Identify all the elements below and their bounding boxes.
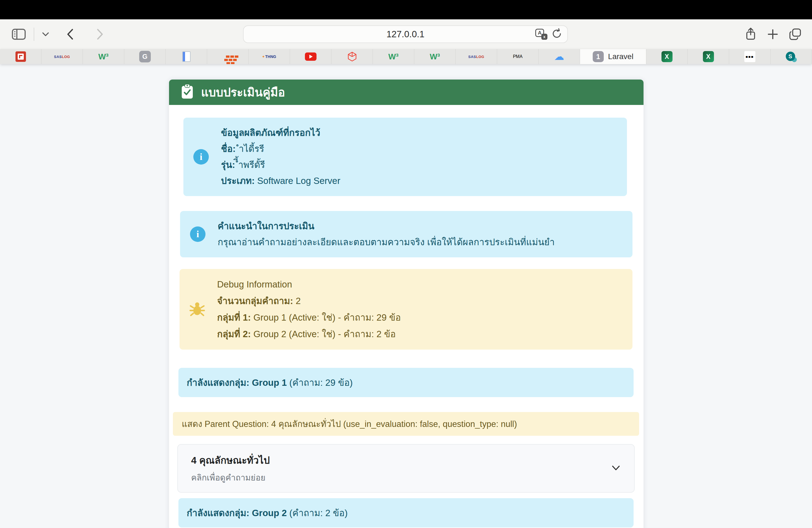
group2-banner: กำลังแสดงกลุ่ม: Group 2 (คำถาม: 2 ข้อ): [178, 498, 634, 527]
forward-button[interactable]: [96, 28, 104, 41]
card-body: i ข้อมูลผลิตภัณฑ์ที่กรอกไว้ ชื่อ: ำไดี้ร…: [169, 105, 643, 527]
w3-favicon: W³: [430, 52, 440, 61]
tab-pma[interactable]: PMA: [497, 49, 539, 64]
question-card-title: 4 คุณลักษณะทั่วไป: [191, 453, 270, 468]
pma-favicon: PMA: [513, 54, 523, 59]
more-favicon: ■■■: [744, 51, 755, 62]
tab-count-badge: 1: [593, 51, 604, 62]
card-header: แบบประเมินคู่มือ: [169, 79, 643, 105]
info-circle-icon: i: [193, 149, 209, 165]
product-model-row: รุ่น: ี้ำพรีดั้รี: [221, 157, 340, 173]
sidebar-chevron-down-icon[interactable]: [42, 32, 49, 37]
divider: [34, 28, 34, 41]
tab-more[interactable]: ■■■: [729, 49, 771, 64]
parent-question-card[interactable]: 4 คุณลักษณะทั่วไป คลิกเพื่อดูคำถามย่อย: [177, 444, 635, 493]
tab-laravel-active[interactable]: 1Laravel: [580, 49, 646, 64]
tab-excel[interactable]: X: [688, 49, 729, 64]
tab-doc[interactable]: [166, 49, 207, 64]
page-background: แบบประเมินคู่มือ i ข้อมูลผลิตภัณฑ์ที่กรอ…: [0, 64, 812, 528]
info-circle-icon: i: [190, 226, 205, 242]
product-info-title: ข้อมูลผลิตภัณฑ์ที่กรอกไว้: [221, 125, 340, 141]
back-button[interactable]: [66, 28, 75, 41]
address-bar[interactable]: 127.0.0.1 Ax: [243, 25, 568, 43]
instructions-alert: i คำแนะนำในการประเมิน กรุณาอ่านคำถามอย่า…: [180, 211, 633, 258]
question-card-subtitle: คลิกเพื่อดูคำถามย่อย: [191, 471, 270, 484]
tab-saslog[interactable]: SASLOG: [41, 49, 83, 64]
clipboard-check-icon: [180, 84, 194, 101]
chevron-down-icon: [611, 464, 621, 473]
nav-right-group: [744, 19, 802, 49]
nav-left-group: [12, 19, 104, 49]
tab-excel[interactable]: X: [646, 49, 688, 64]
tab-bricks[interactable]: [207, 49, 249, 64]
group1-banner: กำลังแสดงกลุ่ม: Group 1 (คำถาม: 29 ข้อ): [178, 368, 634, 397]
tab-g[interactable]: G: [124, 49, 166, 64]
bug-icon: [189, 301, 205, 318]
page-title: แบบประเมินคู่มือ: [201, 83, 285, 101]
laravel-outline-favicon: [347, 51, 358, 62]
tab-w3[interactable]: W³: [373, 49, 414, 64]
debug-title: Debug Information: [217, 276, 401, 293]
tab-youtube[interactable]: [290, 49, 331, 64]
sidebar-toggle-button[interactable]: [12, 28, 26, 40]
product-name-row: ชื่อ: ำไดี้รรี: [221, 141, 340, 157]
evaluation-card: แบบประเมินคู่มือ i ข้อมูลผลิตภัณฑ์ที่กรอ…: [169, 79, 643, 528]
tab-soliat[interactable]: [0, 49, 41, 64]
bricks-favicon: [222, 52, 234, 61]
youtube-favicon: [305, 53, 317, 61]
share-button[interactable]: [744, 27, 757, 41]
active-tab-label: Laravel: [608, 52, 634, 61]
debug-group-row: กลุ่มที่ 2: Group 2 (Active: ใช่) - คำถา…: [217, 326, 401, 342]
sharepoint-favicon: S: [786, 51, 797, 62]
new-tab-button[interactable]: [767, 28, 779, 40]
tab-thng[interactable]: ✦THNG: [249, 49, 290, 64]
saslog-favicon: SASLOG: [468, 55, 484, 59]
tab-laravel-outline[interactable]: [331, 49, 373, 64]
parent-question-notice: แสดง Parent Question: 4 คุณลักษณะทั่วไป …: [173, 412, 639, 436]
debug-alert: Debug Information จำนวนกลุ่มคำถาม: 2 กลุ…: [179, 269, 633, 350]
soliat-favicon: [15, 52, 26, 62]
saslog-favicon: SASLOG: [54, 55, 70, 59]
macos-menu-bar: [0, 0, 812, 19]
excel-favicon: X: [662, 51, 672, 62]
cloud-favicon: ☁: [554, 51, 564, 62]
url-text: 127.0.0.1: [387, 29, 424, 40]
w3-favicon: W³: [388, 52, 398, 61]
debug-count-row: จำนวนกลุ่มคำถาม: 2: [217, 293, 401, 309]
tab-saslog[interactable]: SASLOG: [456, 49, 497, 64]
excel-favicon: X: [703, 51, 714, 62]
thng-favicon: ✦THNG: [262, 54, 276, 59]
product-info-alert: i ข้อมูลผลิตภัณฑ์ที่กรอกไว้ ชื่อ: ำไดี้ร…: [184, 118, 627, 196]
translate-icon[interactable]: Ax: [535, 29, 547, 40]
doc-favicon: [182, 52, 191, 62]
debug-group-row: กลุ่มที่ 1: Group 1 (Active: ใช่) - คำถา…: [217, 309, 401, 326]
tab-overview-button[interactable]: [789, 28, 802, 41]
browser-toolbar: 127.0.0.1 Ax: [0, 19, 812, 49]
tab-sharepoint[interactable]: S: [771, 49, 812, 64]
product-type-row: ประเภท: Software Log Server: [221, 173, 340, 189]
w3-favicon: W³: [98, 52, 108, 61]
instructions-body: กรุณาอ่านคำถามอย่างละเอียดและตอบตามความจ…: [218, 234, 555, 250]
reload-icon[interactable]: [551, 28, 562, 41]
tab-bar: SASLOGW³G✦THNGW³W³SASLOGPMA☁1LaravelXX■■…: [0, 49, 812, 64]
tab-w3[interactable]: W³: [83, 49, 124, 64]
tab-cloud[interactable]: ☁: [539, 49, 580, 64]
tab-w3[interactable]: W³: [414, 49, 456, 64]
instructions-title: คำแนะนำในการประเมิน: [218, 218, 555, 234]
g-favicon: G: [139, 51, 151, 62]
